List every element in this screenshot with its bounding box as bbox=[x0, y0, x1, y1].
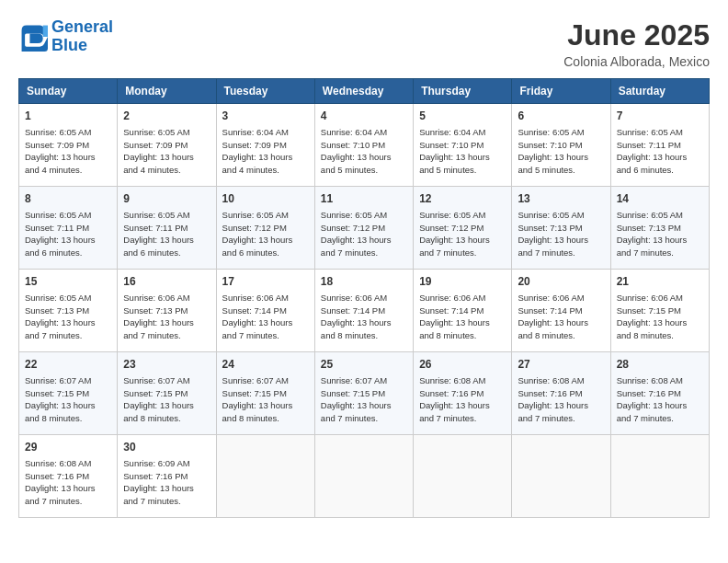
day-info: Sunrise: 6:06 AM Sunset: 7:13 PM Dayligh… bbox=[123, 292, 210, 342]
day-number: 13 bbox=[518, 191, 604, 207]
day-number: 27 bbox=[518, 357, 604, 373]
calendar-cell bbox=[216, 435, 314, 518]
col-header-tuesday: Tuesday bbox=[216, 79, 314, 104]
calendar-cell: 15Sunrise: 6:05 AM Sunset: 7:13 PM Dayli… bbox=[19, 270, 118, 352]
day-info: Sunrise: 6:09 AM Sunset: 7:16 PM Dayligh… bbox=[123, 457, 210, 508]
logo-line2: Blue bbox=[51, 36, 87, 54]
day-number: 21 bbox=[617, 274, 703, 290]
page-header: General Blue June 2025 Colonia Alborada,… bbox=[18, 18, 710, 69]
day-number: 25 bbox=[321, 357, 407, 373]
day-info: Sunrise: 6:04 AM Sunset: 7:10 PM Dayligh… bbox=[321, 126, 407, 177]
day-info: Sunrise: 6:07 AM Sunset: 7:15 PM Dayligh… bbox=[123, 374, 210, 425]
day-number: 8 bbox=[25, 191, 111, 207]
calendar-cell: 12Sunrise: 6:05 AM Sunset: 7:12 PM Dayli… bbox=[414, 187, 512, 270]
day-number: 22 bbox=[25, 357, 111, 373]
calendar-cell: 8Sunrise: 6:05 AM Sunset: 7:11 PM Daylig… bbox=[19, 187, 118, 270]
day-info: Sunrise: 6:05 AM Sunset: 7:10 PM Dayligh… bbox=[518, 126, 604, 177]
day-number: 15 bbox=[25, 274, 111, 290]
calendar-cell: 28Sunrise: 6:08 AM Sunset: 7:16 PM Dayli… bbox=[610, 352, 709, 435]
logo-icon bbox=[18, 22, 48, 52]
calendar-cell: 7Sunrise: 6:05 AM Sunset: 7:11 PM Daylig… bbox=[610, 104, 709, 187]
day-number: 16 bbox=[123, 274, 210, 290]
day-info: Sunrise: 6:08 AM Sunset: 7:16 PM Dayligh… bbox=[419, 374, 506, 425]
day-info: Sunrise: 6:07 AM Sunset: 7:15 PM Dayligh… bbox=[222, 374, 309, 425]
day-number: 20 bbox=[518, 274, 604, 290]
calendar-cell: 30Sunrise: 6:09 AM Sunset: 7:16 PM Dayli… bbox=[118, 435, 216, 518]
day-number: 10 bbox=[222, 191, 309, 207]
day-info: Sunrise: 6:06 AM Sunset: 7:14 PM Dayligh… bbox=[419, 292, 506, 342]
calendar-header-row: SundayMondayTuesdayWednesdayThursdayFrid… bbox=[19, 79, 710, 104]
calendar-cell: 29Sunrise: 6:08 AM Sunset: 7:16 PM Dayli… bbox=[19, 435, 118, 518]
calendar-cell: 3Sunrise: 6:04 AM Sunset: 7:09 PM Daylig… bbox=[216, 104, 314, 187]
day-info: Sunrise: 6:08 AM Sunset: 7:16 PM Dayligh… bbox=[518, 374, 604, 425]
calendar-cell: 1Sunrise: 6:05 AM Sunset: 7:09 PM Daylig… bbox=[19, 104, 118, 187]
day-number: 19 bbox=[419, 274, 506, 290]
day-info: Sunrise: 6:07 AM Sunset: 7:15 PM Dayligh… bbox=[25, 374, 111, 425]
day-info: Sunrise: 6:07 AM Sunset: 7:15 PM Dayligh… bbox=[321, 374, 407, 425]
calendar-cell bbox=[414, 435, 512, 518]
calendar-cell: 5Sunrise: 6:04 AM Sunset: 7:10 PM Daylig… bbox=[414, 104, 512, 187]
day-number: 29 bbox=[25, 440, 111, 455]
calendar-title: June 2025 bbox=[563, 18, 710, 52]
day-info: Sunrise: 6:08 AM Sunset: 7:16 PM Dayligh… bbox=[617, 374, 703, 425]
calendar-table: SundayMondayTuesdayWednesdayThursdayFrid… bbox=[18, 78, 710, 518]
col-header-saturday: Saturday bbox=[610, 79, 709, 104]
day-number: 18 bbox=[321, 274, 407, 290]
day-number: 7 bbox=[617, 109, 703, 124]
day-number: 1 bbox=[25, 109, 111, 124]
col-header-sunday: Sunday bbox=[19, 79, 118, 104]
calendar-cell: 4Sunrise: 6:04 AM Sunset: 7:10 PM Daylig… bbox=[314, 104, 413, 187]
col-header-wednesday: Wednesday bbox=[314, 79, 413, 104]
day-info: Sunrise: 6:04 AM Sunset: 7:10 PM Dayligh… bbox=[419, 126, 506, 177]
calendar-cell: 10Sunrise: 6:05 AM Sunset: 7:12 PM Dayli… bbox=[216, 187, 314, 270]
logo: General Blue bbox=[18, 18, 113, 55]
svg-marker-1 bbox=[43, 25, 48, 36]
day-number: 11 bbox=[321, 191, 407, 207]
calendar-cell: 16Sunrise: 6:06 AM Sunset: 7:13 PM Dayli… bbox=[118, 270, 216, 352]
day-number: 17 bbox=[222, 274, 309, 290]
day-number: 24 bbox=[222, 357, 309, 373]
title-section: June 2025 Colonia Alborada, Mexico bbox=[563, 18, 710, 69]
col-header-monday: Monday bbox=[118, 79, 216, 104]
day-number: 2 bbox=[123, 109, 210, 124]
calendar-subtitle: Colonia Alborada, Mexico bbox=[563, 54, 710, 69]
logo-line1: General bbox=[51, 17, 113, 36]
day-info: Sunrise: 6:05 AM Sunset: 7:11 PM Dayligh… bbox=[617, 126, 703, 177]
day-info: Sunrise: 6:08 AM Sunset: 7:16 PM Dayligh… bbox=[25, 457, 111, 508]
day-info: Sunrise: 6:05 AM Sunset: 7:12 PM Dayligh… bbox=[321, 209, 407, 259]
day-info: Sunrise: 6:05 AM Sunset: 7:11 PM Dayligh… bbox=[123, 209, 210, 259]
day-info: Sunrise: 6:05 AM Sunset: 7:12 PM Dayligh… bbox=[222, 209, 309, 259]
day-number: 4 bbox=[321, 109, 407, 124]
calendar-cell: 26Sunrise: 6:08 AM Sunset: 7:16 PM Dayli… bbox=[414, 352, 512, 435]
calendar-cell: 13Sunrise: 6:05 AM Sunset: 7:13 PM Dayli… bbox=[512, 187, 610, 270]
calendar-cell: 22Sunrise: 6:07 AM Sunset: 7:15 PM Dayli… bbox=[19, 352, 118, 435]
calendar-cell: 2Sunrise: 6:05 AM Sunset: 7:09 PM Daylig… bbox=[118, 104, 216, 187]
col-header-friday: Friday bbox=[512, 79, 610, 104]
day-info: Sunrise: 6:05 AM Sunset: 7:09 PM Dayligh… bbox=[25, 126, 111, 177]
calendar-cell: 6Sunrise: 6:05 AM Sunset: 7:10 PM Daylig… bbox=[512, 104, 610, 187]
calendar-cell: 19Sunrise: 6:06 AM Sunset: 7:14 PM Dayli… bbox=[414, 270, 512, 352]
calendar-cell: 14Sunrise: 6:05 AM Sunset: 7:13 PM Dayli… bbox=[610, 187, 709, 270]
day-number: 12 bbox=[419, 191, 506, 207]
calendar-cell: 11Sunrise: 6:05 AM Sunset: 7:12 PM Dayli… bbox=[314, 187, 413, 270]
calendar-cell bbox=[314, 435, 413, 518]
day-info: Sunrise: 6:05 AM Sunset: 7:11 PM Dayligh… bbox=[25, 209, 111, 259]
day-info: Sunrise: 6:06 AM Sunset: 7:15 PM Dayligh… bbox=[617, 292, 703, 342]
day-info: Sunrise: 6:05 AM Sunset: 7:13 PM Dayligh… bbox=[25, 292, 111, 342]
day-info: Sunrise: 6:06 AM Sunset: 7:14 PM Dayligh… bbox=[222, 292, 309, 342]
day-number: 3 bbox=[222, 109, 309, 124]
day-info: Sunrise: 6:06 AM Sunset: 7:14 PM Dayligh… bbox=[518, 292, 604, 342]
day-number: 6 bbox=[518, 109, 604, 124]
day-number: 30 bbox=[123, 440, 210, 455]
logo-text: General Blue bbox=[51, 18, 113, 55]
calendar-cell: 24Sunrise: 6:07 AM Sunset: 7:15 PM Dayli… bbox=[216, 352, 314, 435]
day-number: 26 bbox=[419, 357, 506, 373]
calendar-cell: 23Sunrise: 6:07 AM Sunset: 7:15 PM Dayli… bbox=[118, 352, 216, 435]
day-number: 23 bbox=[123, 357, 210, 373]
day-info: Sunrise: 6:04 AM Sunset: 7:09 PM Dayligh… bbox=[222, 126, 309, 177]
calendar-cell: 9Sunrise: 6:05 AM Sunset: 7:11 PM Daylig… bbox=[118, 187, 216, 270]
day-info: Sunrise: 6:05 AM Sunset: 7:13 PM Dayligh… bbox=[518, 209, 604, 259]
day-info: Sunrise: 6:05 AM Sunset: 7:09 PM Dayligh… bbox=[123, 126, 210, 177]
calendar-cell bbox=[610, 435, 709, 518]
calendar-body: 1Sunrise: 6:05 AM Sunset: 7:09 PM Daylig… bbox=[19, 104, 710, 518]
